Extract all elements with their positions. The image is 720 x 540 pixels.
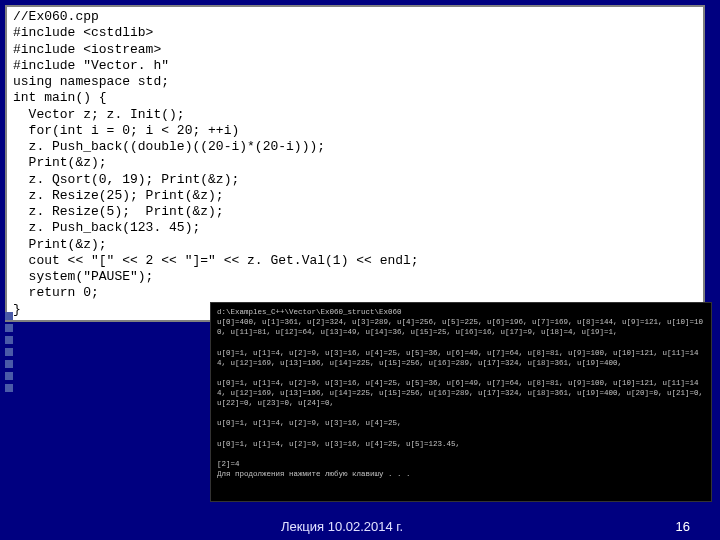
console-line: [2]=4 (217, 460, 240, 468)
slide-footer: Лекция 10.02.2014 г. 16 (0, 519, 720, 534)
code-block: //Ex060.cpp #include <cstdlib> #include … (5, 5, 705, 322)
code-line: int main() { (13, 90, 107, 105)
console-line: u[0]=400, u[1]=361, u[2]=324, u[3]=289, … (217, 318, 703, 336)
console-line: u[0]=1, u[1]=4, u[2]=9, u[3]=16, u[4]=25… (217, 419, 402, 427)
footer-date: Лекция 10.02.2014 г. (281, 519, 403, 534)
code-line: Print(&z); (13, 155, 107, 170)
bullet-decor (5, 312, 13, 392)
bullet-square (5, 360, 13, 368)
code-line: #include "Vector. h" (13, 58, 169, 73)
code-line: //Ex060.cpp (13, 9, 99, 24)
code-line: system("PAUSE"); (13, 269, 153, 284)
console-line: Для продолжения нажмите любую клавишу . … (217, 470, 411, 478)
bullet-square (5, 336, 13, 344)
code-line: z. Push_back(123. 45); (13, 220, 200, 235)
bullet-square (5, 324, 13, 332)
console-line: u[0]=1, u[1]=4, u[2]=9, u[3]=16, u[4]=25… (217, 440, 460, 448)
console-output: d:\Examples_C++\Vector\Ex060_struct\Ex06… (210, 302, 712, 502)
code-line: z. Push_back((double)((20-i)*(20-i))); (13, 139, 325, 154)
bullet-square (5, 372, 13, 380)
code-line: #include <cstdlib> (13, 25, 153, 40)
code-line: #include <iostream> (13, 42, 161, 57)
bullet-square (5, 384, 13, 392)
code-line: Vector z; z. Init(); (13, 107, 185, 122)
code-line: z. Qsort(0, 19); Print(&z); (13, 172, 239, 187)
console-line: u[0]=1, u[1]=4, u[2]=9, u[3]=16, u[4]=25… (217, 349, 699, 367)
code-line: Print(&z); (13, 237, 107, 252)
console-line: u[0]=1, u[1]=4, u[2]=9, u[3]=16, u[4]=25… (217, 379, 708, 407)
code-line: using namespace std; (13, 74, 169, 89)
code-line: } (13, 302, 21, 317)
code-line: z. Resize(25); Print(&z); (13, 188, 224, 203)
code-line: return 0; (13, 285, 99, 300)
code-line: for(int i = 0; i < 20; ++i) (13, 123, 239, 138)
bullet-square (5, 348, 13, 356)
code-line: cout << "[" << 2 << "]=" << z. Get.Val(1… (13, 253, 419, 268)
console-line: d:\Examples_C++\Vector\Ex060_struct\Ex06… (217, 308, 402, 316)
code-line: z. Resize(5); Print(&z); (13, 204, 224, 219)
bullet-square (5, 312, 13, 320)
footer-page: 16 (676, 519, 690, 534)
